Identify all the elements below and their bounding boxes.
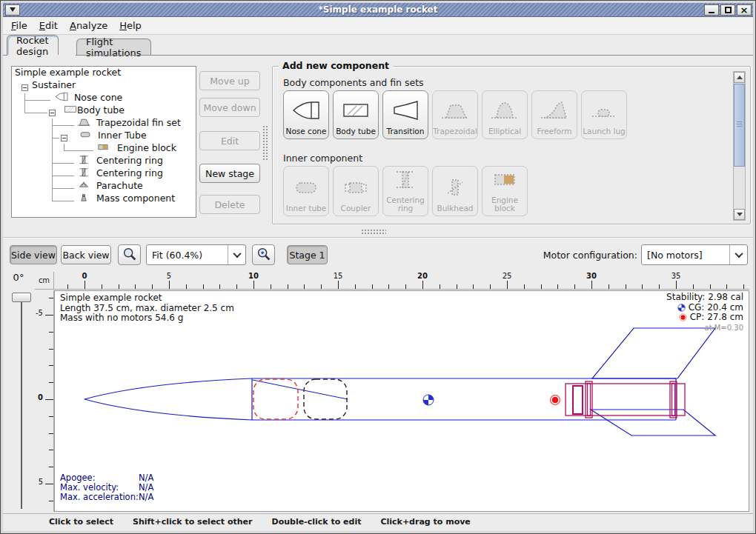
ruler-tick — [186, 284, 187, 289]
motor-configuration-select[interactable]: [No motors] — [641, 244, 748, 265]
magnifier-icon — [122, 247, 138, 263]
vertical-splitter-handle[interactable] — [262, 125, 269, 161]
horizontal-splitter-handle[interactable] — [361, 229, 386, 236]
component-button-label: Body tube — [336, 127, 376, 136]
stage-1-toggle[interactable]: Stage 1 — [287, 245, 328, 264]
fin-upper — [592, 328, 715, 378]
add-centering-ring-button[interactable]: Centering ring — [382, 166, 428, 216]
ruler-tick — [49, 433, 53, 434]
scrollbar-thumb[interactable] — [734, 84, 745, 167]
mach-condition: at M=0.30 — [666, 323, 743, 333]
ruler-tick — [49, 349, 53, 350]
flight-info-label: Max. acceleration: — [60, 493, 139, 502]
ruler-tick — [405, 284, 406, 289]
menu-edit[interactable]: Edit — [39, 20, 58, 31]
ruler-tick — [84, 281, 85, 289]
ruler-tick — [49, 332, 53, 333]
add-launch-lug-button[interactable]: Launch lug — [581, 90, 627, 139]
zoom-level-select[interactable]: Fit (60.4%) — [146, 244, 246, 265]
cg-marker — [423, 395, 434, 405]
rocket-drawing — [55, 291, 750, 513]
tree-connector — [24, 93, 25, 113]
ruler-unit-label: cm — [35, 272, 54, 290]
scroll-up-icon[interactable] — [734, 72, 745, 83]
rocket-design-canvas[interactable]: Simple example rocket Length 37.5 cm, ma… — [54, 290, 749, 512]
magnifier-plus-icon — [256, 247, 272, 263]
stability-value: Stability: 2.98 cal — [666, 293, 743, 303]
section-label: Body components and fin sets — [283, 77, 424, 88]
menu-file[interactable]: File — [11, 20, 27, 31]
menu-analyze[interactable]: Analyze — [70, 20, 107, 31]
design-mass: Mass with no motors 54.6 g — [60, 313, 234, 324]
zoom-out-button[interactable] — [118, 244, 141, 265]
add-bulkhead-button[interactable]: Bulkhead — [432, 166, 478, 216]
tree-expander-icon[interactable] — [21, 84, 28, 91]
component-button-label: Engine block — [483, 196, 527, 213]
tab-rocket-design[interactable]: Rocket design — [7, 35, 59, 56]
add-transition-button[interactable]: Transition — [382, 90, 428, 139]
add-coupler-button[interactable]: Coupler — [333, 166, 379, 216]
ruler-tick — [49, 416, 53, 417]
tree-expander-icon[interactable] — [49, 110, 56, 116]
ruler-tick — [67, 284, 68, 289]
ruler-tick — [152, 284, 153, 289]
edit-button[interactable]: Edit — [199, 131, 260, 150]
delete-button[interactable]: Delete — [199, 195, 260, 214]
zoom-in-button[interactable] — [252, 244, 275, 265]
ruler-tick — [49, 467, 53, 467]
add-elliptical-button[interactable]: Elliptical — [482, 90, 528, 139]
move-down-button[interactable]: Move down — [199, 98, 260, 117]
ruler-tick — [693, 284, 694, 289]
component-scrollbar[interactable] — [733, 71, 746, 221]
add-trapezoidal-button[interactable]: Trapezoidal — [432, 90, 478, 139]
ruler-tick-label: -5 — [36, 309, 43, 317]
add-engine-block-button[interactable]: Engine block — [482, 166, 528, 216]
side-view-button[interactable]: Side view — [10, 245, 57, 264]
move-up-button[interactable]: Move up — [199, 71, 260, 90]
component-button-label: Launch lug — [583, 127, 626, 136]
component-button-label: Nose cone — [286, 127, 327, 136]
tree-item-label: Centering ring — [96, 167, 163, 178]
flight-info: Apogee:N/AMax. velocity:N/AMax. accelera… — [60, 473, 153, 502]
rotation-slider-handle[interactable] — [12, 293, 31, 302]
tree-item-label: Inner Tube — [98, 130, 147, 141]
add-inner-tube-button[interactable]: Inner tube — [283, 166, 329, 216]
add-body-tube-button[interactable]: Body tube — [333, 90, 379, 139]
maximize-button[interactable] — [720, 4, 735, 16]
component-button-label: Freeform — [537, 127, 572, 136]
zoom-level-value: Fit (60.4%) — [147, 250, 228, 261]
new-stage-button[interactable]: New stage — [199, 164, 260, 183]
engine-block-icon — [488, 167, 521, 196]
scroll-down-icon[interactable] — [734, 209, 745, 220]
application-window: *Simple example rocket × FileEditAnalyze… — [0, 0, 756, 534]
ruler-tick — [541, 284, 542, 289]
ruler-tick — [457, 284, 457, 289]
chevron-down-icon — [735, 250, 743, 258]
tab-flight-simulations[interactable]: Flight simulations — [76, 39, 151, 56]
motor-configuration-value: [No motors] — [642, 250, 729, 261]
ruler-tick — [102, 284, 102, 289]
fin-freeform-icon — [538, 99, 571, 127]
add-freeform-button[interactable]: Freeform — [531, 90, 577, 139]
tree-connector — [52, 125, 74, 126]
tree-expander-icon[interactable] — [61, 135, 67, 141]
back-view-button[interactable]: Back view — [61, 245, 111, 264]
ruler-tick — [591, 281, 592, 289]
tree-connector — [52, 163, 74, 164]
ruler-tick — [507, 281, 508, 289]
tree-item-label: Mass component — [96, 193, 175, 204]
minimize-button[interactable] — [704, 4, 719, 16]
motor-mount-assembly — [566, 381, 685, 418]
menu-help[interactable]: Help — [119, 20, 142, 31]
cg-value: CG: 20.4 cm — [689, 303, 743, 313]
centering-ring-icon — [76, 154, 92, 167]
component-tree[interactable]: Simple example rocketSustainerNose coneB… — [11, 66, 196, 218]
tree-item-label: Nose cone — [74, 92, 122, 103]
ruler-tick — [253, 281, 254, 289]
ruler-tick-label: 10 — [248, 272, 259, 280]
ruler-tick-label: 0 — [82, 272, 87, 280]
system-menu-icon[interactable] — [5, 4, 20, 16]
add-nose-cone-button[interactable]: Nose cone — [283, 90, 329, 139]
close-button[interactable]: × — [737, 4, 752, 16]
menu-bar: FileEditAnalyzeHelp — [3, 17, 753, 35]
